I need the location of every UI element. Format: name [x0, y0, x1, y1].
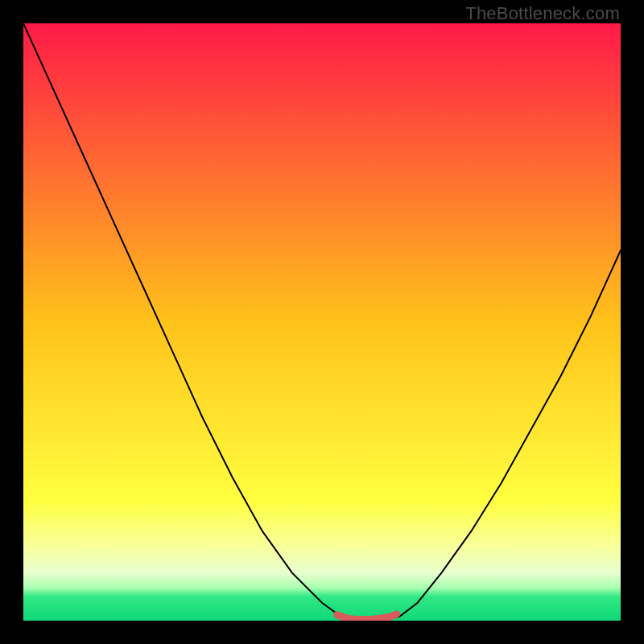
chart-svg: [23, 23, 621, 621]
chart-frame: TheBottleneck.com: [0, 0, 644, 644]
watermark-text: TheBottleneck.com: [465, 3, 620, 24]
plot-area: [23, 23, 621, 621]
gradient-background: [23, 23, 621, 621]
